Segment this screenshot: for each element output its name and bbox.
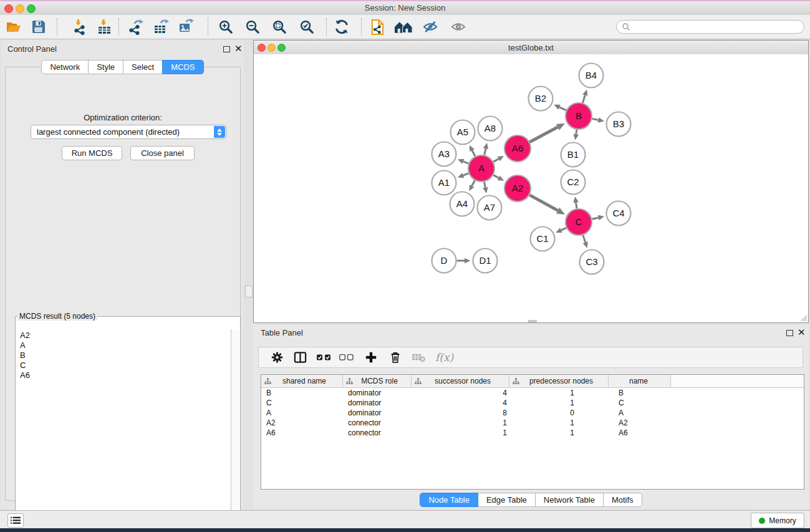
import-table-button[interactable]: [94, 17, 115, 36]
graph-node-A3[interactable]: A3: [432, 142, 456, 167]
graph-node-B4[interactable]: B4: [579, 64, 604, 88]
memory-button[interactable]: Memory: [751, 513, 804, 528]
import-network-button[interactable]: [69, 17, 90, 36]
clipboard-network-button[interactable]: [367, 17, 388, 36]
show-panels-button[interactable]: [7, 513, 24, 528]
table-settings-button[interactable]: [271, 351, 284, 364]
zoom-in-button[interactable]: [215, 17, 236, 36]
close-table-panel-icon[interactable]: ✕: [798, 329, 806, 336]
graph-edge-C-C4[interactable]: [592, 218, 598, 219]
graph-node-B1[interactable]: B1: [561, 143, 586, 167]
graph-node-A6[interactable]: A6: [504, 135, 531, 162]
graph-edge-C-C1[interactable]: [561, 228, 566, 230]
graph-node-C[interactable]: C: [566, 209, 592, 235]
network-canvas[interactable]: B4B2BB3A8A5A6A3B1AC2A1A2A4A7C4CC1C3DD1: [254, 54, 808, 322]
graph-node-B3[interactable]: B3: [607, 112, 631, 137]
graph-node-D1[interactable]: D1: [473, 249, 498, 273]
graph-edge-B-B4[interactable]: [582, 95, 585, 103]
tab-edge-table[interactable]: Edge Table: [478, 493, 536, 507]
tab-select[interactable]: Select: [123, 60, 163, 74]
graph-node-A1[interactable]: A1: [432, 171, 456, 195]
tab-motifs[interactable]: Motifs: [603, 493, 642, 507]
run-mcds-button[interactable]: Run MCDS: [62, 146, 122, 160]
mcds-result-item[interactable]: A: [20, 341, 231, 351]
column-header-predecessor-nodes[interactable]: predecessor nodes: [509, 375, 609, 387]
export-table-button[interactable]: [150, 17, 171, 36]
show-panel-button[interactable]: [448, 17, 469, 36]
float-panel-icon[interactable]: [223, 46, 230, 52]
graph-edge-A-A6[interactable]: [493, 159, 499, 162]
graph-edge-A-A2[interactable]: [493, 175, 499, 178]
refresh-layout-button[interactable]: [331, 17, 352, 36]
tab-style[interactable]: Style: [88, 60, 123, 74]
column-layout-button[interactable]: [294, 351, 307, 364]
resize-grip-icon[interactable]: [799, 314, 808, 322]
search-input[interactable]: [616, 20, 804, 34]
export-network-button[interactable]: [125, 17, 147, 36]
tab-node-table[interactable]: Node Table: [420, 493, 478, 507]
graph-edge-A-A4[interactable]: [472, 180, 475, 186]
zoom-fit-button[interactable]: [269, 17, 290, 36]
graph-node-A[interactable]: A: [468, 155, 494, 181]
graph-node-A7[interactable]: A7: [478, 196, 502, 220]
float-table-panel-icon[interactable]: [786, 330, 793, 336]
graph-edge-A-A5[interactable]: [472, 150, 475, 156]
graph-edge-A-A1[interactable]: [463, 173, 469, 175]
mcds-result-item[interactable]: B: [20, 351, 231, 360]
graph-node-B2[interactable]: B2: [529, 87, 553, 111]
graph-node-D[interactable]: D: [432, 249, 456, 273]
mcds-result-item[interactable]: C: [20, 360, 231, 370]
table-row-a[interactable]: Adominator80A: [261, 408, 804, 418]
graph-edge-A-A8[interactable]: [485, 148, 486, 155]
column-header-successor-nodes[interactable]: successor nodes: [412, 375, 509, 387]
close-panel-icon[interactable]: ✕: [234, 45, 243, 52]
graph-node-A2[interactable]: A2: [504, 175, 531, 201]
zoom-out-button[interactable]: [242, 17, 263, 36]
graph-edge-A6-B[interactable]: [529, 127, 557, 142]
select-all-button[interactable]: [317, 354, 332, 361]
column-header-name[interactable]: name: [609, 375, 671, 387]
graph-edge-B-B2[interactable]: [559, 107, 566, 110]
column-header-shared-name[interactable]: shared name: [261, 375, 343, 387]
save-session-button[interactable]: [28, 17, 49, 36]
graph-edge-C-C3[interactable]: [583, 235, 586, 243]
deselect-all-button[interactable]: [339, 354, 354, 361]
graph-node-A4[interactable]: A4: [450, 192, 475, 216]
column-header-mcds-role[interactable]: MCDS role: [343, 375, 412, 387]
graph-node-B[interactable]: B: [566, 103, 592, 129]
graph-edge-A-A7[interactable]: [484, 182, 485, 188]
splitter-handle[interactable]: [245, 286, 253, 297]
tab-network-table[interactable]: Network Table: [535, 493, 604, 507]
delete-column-button[interactable]: [389, 351, 402, 364]
table-row-a2[interactable]: A2connector11A2: [261, 418, 804, 428]
graph-node-C4[interactable]: C4: [607, 201, 631, 226]
open-session-button[interactable]: [3, 17, 24, 36]
graph-edge-B-B1[interactable]: [576, 130, 577, 135]
criterion-dropdown[interactable]: largest connected component (directed): [31, 125, 226, 139]
hide-panel-button[interactable]: [420, 17, 441, 36]
home-view-button[interactable]: [393, 17, 414, 36]
tab-mcds[interactable]: MCDS: [162, 60, 203, 74]
graph-node-C1[interactable]: C1: [531, 227, 555, 251]
graph-edge-B-B3[interactable]: [592, 118, 599, 120]
zoom-selected-button[interactable]: [296, 17, 317, 36]
graph-edge-C-C2[interactable]: [576, 203, 577, 209]
node-table[interactable]: shared nameMCDS rolesuccessor nodesprede…: [261, 374, 804, 490]
graph-node-C2[interactable]: C2: [561, 170, 586, 195]
add-column-button[interactable]: [365, 351, 377, 364]
table-row-b[interactable]: Bdominator41B: [261, 388, 804, 398]
tab-network[interactable]: Network: [41, 60, 89, 74]
result-scrollbar[interactable]: [231, 329, 239, 519]
graph-node-A5[interactable]: A5: [451, 120, 475, 145]
table-row-c[interactable]: Cdominator41C: [261, 398, 804, 408]
mcds-result-item[interactable]: A6: [20, 370, 231, 380]
graph-node-A8[interactable]: A8: [478, 117, 503, 141]
graph-edge-A-A3[interactable]: [463, 162, 469, 163]
graph-edge-A2-C[interactable]: [529, 195, 557, 211]
horizontal-scrollbar-thumb[interactable]: [528, 320, 537, 322]
table-row-a6[interactable]: A6connector11A6: [261, 428, 804, 438]
export-image-button[interactable]: [175, 17, 196, 36]
mcds-result-item[interactable]: A2: [20, 331, 231, 341]
graph-node-C3[interactable]: C3: [580, 250, 604, 274]
close-panel-button[interactable]: Close panel: [130, 146, 195, 160]
